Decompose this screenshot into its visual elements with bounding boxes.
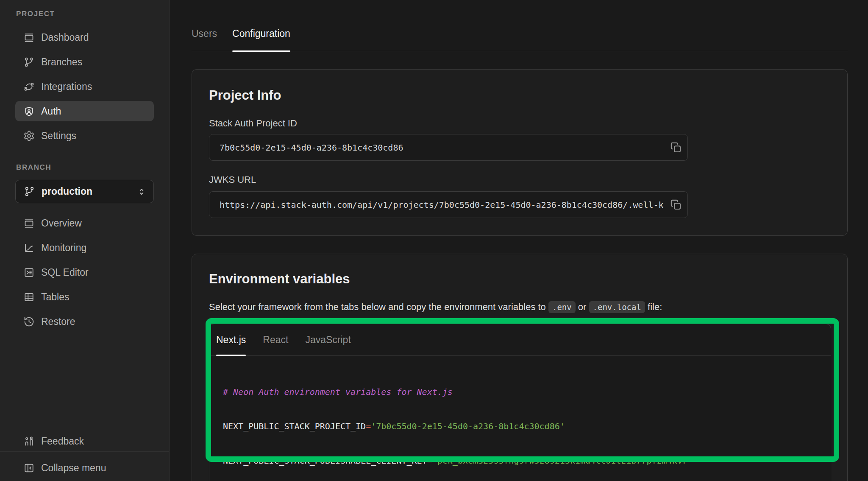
env-local-file-chip: .env.local xyxy=(589,301,645,313)
description-text: file: xyxy=(645,302,662,312)
branch-icon xyxy=(24,186,35,197)
chevrons-up-down-icon xyxy=(136,187,147,197)
environment-variables-title: Environment variables xyxy=(209,269,830,289)
env-file-chip: .env xyxy=(548,301,576,313)
sidebar-item-label: SQL Editor xyxy=(41,267,89,278)
copy-icon xyxy=(670,141,682,154)
sidebar-item-feedback[interactable]: Feedback xyxy=(15,431,154,451)
project-section-label: PROJECT xyxy=(15,10,154,18)
code-var-name: NEXT_PUBLIC_STACK_PUBLISHABLE_CLIENT_KEY xyxy=(223,456,427,466)
overview-icon xyxy=(23,218,35,229)
sidebar-item-label: Integrations xyxy=(41,81,92,92)
branches-icon xyxy=(23,56,35,68)
env-code-block: # Neon Auth environment variables for Ne… xyxy=(209,356,831,481)
branch-selector-value: production xyxy=(42,186,136,197)
environment-variables-description: Select your framework from the tabs belo… xyxy=(209,300,830,314)
jwks-url-label: JWKS URL xyxy=(209,173,830,186)
main-content: Users Configuration Project Info Stack A… xyxy=(170,0,868,481)
tab-users[interactable]: Users xyxy=(192,27,217,51)
sidebar-item-label: Branches xyxy=(41,56,82,68)
sidebar: PROJECT Dashboard Branches xyxy=(0,0,170,481)
collapse-menu-button[interactable]: Collapse menu xyxy=(15,458,154,478)
sidebar-item-label: Settings xyxy=(41,130,76,142)
sidebar-item-integrations[interactable]: Integrations xyxy=(15,76,154,97)
sidebar-item-label: Dashboard xyxy=(41,32,89,43)
code-equals: = xyxy=(366,421,371,431)
sidebar-item-tables[interactable]: Tables xyxy=(15,287,154,307)
sidebar-item-label: Restore xyxy=(41,316,75,327)
sidebar-item-overview[interactable]: Overview xyxy=(15,213,154,233)
sidebar-item-label: Auth xyxy=(41,106,61,117)
settings-gear-icon xyxy=(23,130,35,142)
sidebar-item-branches[interactable]: Branches xyxy=(15,52,154,72)
tab-react[interactable]: React xyxy=(263,324,288,355)
description-text: Select your framework from the tabs belo… xyxy=(209,302,548,312)
tab-javascript[interactable]: JavaScript xyxy=(305,324,351,355)
env-snippet-widget: Next.js React JavaScript # Neon Auth env… xyxy=(209,324,831,481)
sidebar-item-monitoring[interactable]: Monitoring xyxy=(15,238,154,258)
code-var-name: NEXT_PUBLIC_STACK_PROJECT_ID xyxy=(223,421,366,431)
sidebar-item-label: Feedback xyxy=(41,436,84,447)
monitoring-chart-icon xyxy=(23,242,35,254)
branch-selector[interactable]: production xyxy=(15,180,154,203)
project-id-label: Stack Auth Project ID xyxy=(209,117,830,130)
sidebar-item-settings[interactable]: Settings xyxy=(15,126,154,146)
tab-nextjs[interactable]: Next.js xyxy=(216,324,246,355)
code-var-value: '7b0c55d0-2e15-45d0-a236-8b1c4c30cd86' xyxy=(371,421,565,431)
sidebar-item-restore[interactable]: Restore xyxy=(15,311,154,332)
page-tabs: Users Configuration xyxy=(192,27,848,51)
sidebar-item-dashboard[interactable]: Dashboard xyxy=(15,27,154,48)
sidebar-item-sql-editor[interactable]: SQL Editor xyxy=(15,262,154,282)
framework-tabs: Next.js React JavaScript xyxy=(209,324,831,356)
auth-shield-icon xyxy=(23,106,35,117)
app-window: PROJECT Dashboard Branches xyxy=(0,0,868,481)
description-text: or xyxy=(576,302,589,312)
restore-history-icon xyxy=(23,316,35,327)
code-equals: = xyxy=(427,456,432,466)
sidebar-item-label: Overview xyxy=(41,218,82,229)
sidebar-item-label: Tables xyxy=(41,291,69,303)
project-info-title: Project Info xyxy=(209,86,830,105)
integrations-icon xyxy=(23,81,35,92)
jwks-url-field[interactable]: https://api.stack-auth.com/api/v1/projec… xyxy=(209,191,688,218)
sidebar-item-auth[interactable]: Auth xyxy=(15,101,154,121)
project-info-card: Project Info Stack Auth Project ID 7b0c5… xyxy=(192,69,848,236)
jwks-url-value: https://api.stack-auth.com/api/v1/projec… xyxy=(220,200,663,210)
environment-variables-card: Environment variables Select your framew… xyxy=(192,254,848,481)
copy-icon xyxy=(670,199,682,211)
project-id-value: 7b0c55d0-2e15-45d0-a236-8b1c4c30cd86 xyxy=(220,143,403,153)
branch-section-label: BRANCH xyxy=(15,163,154,172)
sidebar-item-label: Collapse menu xyxy=(41,462,106,474)
tables-grid-icon xyxy=(23,291,35,303)
dashboard-icon xyxy=(23,32,35,43)
sidebar-item-label: Monitoring xyxy=(41,242,86,254)
panel-collapse-icon xyxy=(23,462,35,474)
feedback-people-icon xyxy=(23,436,35,447)
sql-editor-icon xyxy=(23,267,35,278)
code-comment: # Neon Auth environment variables for Ne… xyxy=(223,387,453,397)
code-var-value: 'pck_bxem325s3fng9rw5z89213k1md4tt01tz1b… xyxy=(432,456,693,466)
tab-configuration[interactable]: Configuration xyxy=(232,27,290,51)
copy-project-id-button[interactable] xyxy=(670,141,682,154)
project-id-field[interactable]: 7b0c55d0-2e15-45d0-a236-8b1c4c30cd86 xyxy=(209,134,688,161)
copy-jwks-url-button[interactable] xyxy=(670,199,682,211)
